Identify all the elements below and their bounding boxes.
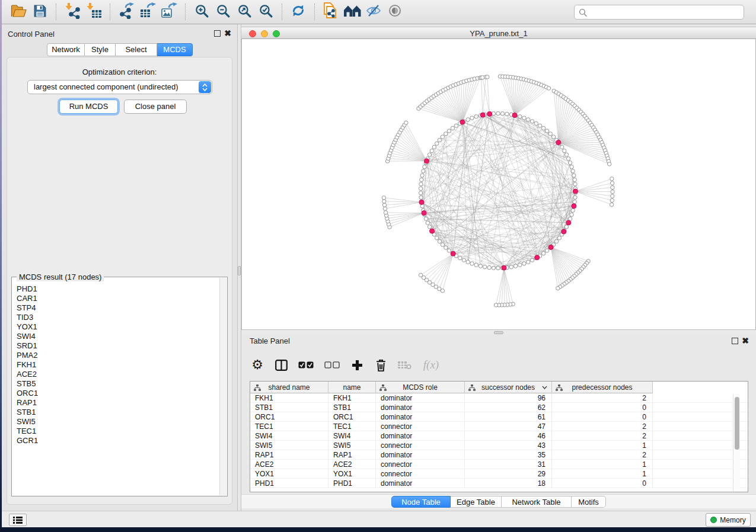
list-item[interactable]: YOX1: [13, 322, 219, 332]
tab-network[interactable]: Network: [47, 43, 85, 56]
toolbar-separator: [185, 4, 186, 20]
tab-network-table[interactable]: Network Table: [502, 496, 572, 508]
export-table-button[interactable]: [137, 2, 158, 22]
search-box: [574, 5, 744, 20]
tab-mcds[interactable]: MCDS: [157, 43, 193, 56]
zoom-in-button[interactable]: [191, 2, 212, 22]
show-columns-button[interactable]: [273, 357, 289, 373]
menu-list-icon: [12, 516, 23, 524]
share-document-button[interactable]: [320, 2, 342, 22]
import-table-button[interactable]: [83, 2, 104, 22]
toolbar-separator: [282, 4, 282, 20]
splitter-handle[interactable]: [238, 266, 241, 275]
settings-gear-button[interactable]: ⚙: [250, 357, 265, 373]
search-input[interactable]: [590, 6, 741, 18]
zoom-fit-button[interactable]: [234, 2, 255, 22]
list-item[interactable]: ACE2: [13, 370, 219, 379]
memory-label: Memory: [720, 516, 745, 524]
table-row[interactable]: YOX1 YOX1 connector 29 1: [250, 469, 748, 479]
delete-column-button[interactable]: [373, 357, 388, 373]
zoom-selected-button[interactable]: [255, 2, 276, 22]
export-image-button[interactable]: [158, 2, 180, 22]
table-row[interactable]: ACE2 ACE2 connector 31 1: [250, 460, 748, 469]
column-header-mcds-role[interactable]: MCDS role: [376, 382, 465, 393]
control-panel: Control Panel ✖ Network Style Select MCD…: [2, 24, 237, 511]
list-item[interactable]: STB1: [13, 408, 219, 417]
hide-selected-button[interactable]: [363, 2, 384, 22]
list-item[interactable]: STP4: [13, 303, 219, 313]
attribute-icon: [556, 384, 563, 391]
task-history-button[interactable]: [9, 514, 27, 526]
close-panel-icon[interactable]: ✖: [224, 28, 231, 38]
table-row[interactable]: PHD1 PHD1 dominator 18 0: [250, 479, 748, 488]
table-row[interactable]: SWI4 SWI4 dominator 46 2: [250, 431, 748, 441]
toolbar-separator: [314, 4, 315, 20]
list-item[interactable]: SRD1: [13, 341, 219, 351]
table-row[interactable]: STB1 STB1 dominator 62 0: [250, 403, 748, 412]
eye-crossed-icon: [366, 4, 381, 20]
run-mcds-button[interactable]: Run MCDS: [59, 100, 118, 114]
select-all-button[interactable]: [297, 357, 315, 373]
refresh-layout-button[interactable]: [288, 2, 309, 22]
splitter-handle[interactable]: [494, 331, 503, 334]
table-row[interactable]: FKH1 FKH1 dominator 96 2: [250, 393, 748, 403]
table-tabs-strip: Node Table Edge Table Network Table Moti…: [241, 494, 756, 508]
column-header-name[interactable]: name: [328, 382, 376, 393]
list-item[interactable]: FKH1: [13, 360, 219, 370]
function-icon: f(x): [423, 358, 439, 371]
memory-button[interactable]: Memory: [706, 513, 751, 527]
list-item[interactable]: RAP1: [13, 398, 219, 408]
add-column-button[interactable]: [349, 357, 365, 373]
import-network-button[interactable]: [62, 2, 83, 22]
result-list-scrollbar[interactable]: [219, 278, 227, 495]
table-scrollbar[interactable]: [733, 394, 740, 491]
tab-edge-table[interactable]: Edge Table: [451, 496, 502, 508]
first-neighbors-button[interactable]: [342, 2, 363, 22]
column-header-predecessor-nodes[interactable]: predecessor nodes: [552, 382, 653, 393]
network-canvas[interactable]: [241, 39, 756, 329]
list-item[interactable]: PHD1: [13, 284, 219, 294]
mcds-result-list[interactable]: PHD1CAR1STP4TID3YOX1SWI4SRD1PMA2FKH1ACE2…: [13, 284, 219, 495]
vertical-splitter[interactable]: [237, 24, 241, 511]
tab-select[interactable]: Select: [116, 43, 157, 56]
close-panel-icon[interactable]: ✖: [742, 336, 749, 345]
scrollbar-thumb[interactable]: [735, 397, 739, 450]
table-row[interactable]: SWI5 SWI5 connector 43 1: [250, 441, 748, 450]
horizontal-splitter[interactable]: [241, 329, 756, 334]
show-all-button[interactable]: [384, 2, 406, 22]
table-row[interactable]: ORC1 ORC1 dominator 61 0: [250, 412, 748, 422]
list-item[interactable]: PMA2: [13, 351, 219, 360]
export-network-button[interactable]: [116, 2, 137, 22]
float-panel-icon[interactable]: [732, 338, 738, 344]
network-graph[interactable]: [242, 39, 755, 329]
tab-style[interactable]: Style: [85, 43, 116, 56]
list-item[interactable]: ORC1: [13, 389, 219, 398]
open-folder-icon: [11, 4, 27, 20]
criterion-dropdown-value: largest connected component (undirected): [34, 82, 178, 91]
criterion-dropdown[interactable]: largest connected component (undirected): [27, 80, 212, 94]
deselect-all-button[interactable]: [323, 357, 341, 373]
table-row[interactable]: TEC1 TEC1 connector 47 2: [250, 422, 748, 431]
float-panel-icon[interactable]: [214, 30, 221, 37]
close-panel-button[interactable]: Close panel: [124, 100, 187, 114]
delete-table-button[interactable]: [397, 357, 412, 373]
import-network-icon: [64, 2, 81, 21]
column-header-successor-nodes[interactable]: successor nodes: [465, 382, 552, 393]
list-item[interactable]: SWI4: [13, 332, 219, 341]
optimization-criterion-label: Optimization criterion:: [7, 68, 232, 76]
list-item[interactable]: STB5: [13, 379, 219, 389]
list-item[interactable]: TID3: [13, 313, 219, 322]
list-item[interactable]: TEC1: [13, 427, 219, 436]
column-header-shared-name[interactable]: shared name: [250, 382, 328, 393]
tab-node-table[interactable]: Node Table: [391, 496, 451, 508]
table-row[interactable]: RAP1 RAP1 dominator 35 2: [250, 450, 748, 460]
open-file-button[interactable]: [8, 2, 29, 22]
save-session-button[interactable]: [29, 2, 50, 22]
list-item[interactable]: SWI5: [13, 417, 219, 427]
zoom-out-button[interactable]: [212, 2, 234, 22]
gear-icon: ⚙: [251, 358, 263, 372]
list-item[interactable]: CAR1: [13, 294, 219, 303]
tab-motifs[interactable]: Motifs: [572, 496, 606, 508]
function-builder-button[interactable]: f(x): [420, 357, 442, 373]
list-item[interactable]: GCR1: [13, 436, 219, 446]
